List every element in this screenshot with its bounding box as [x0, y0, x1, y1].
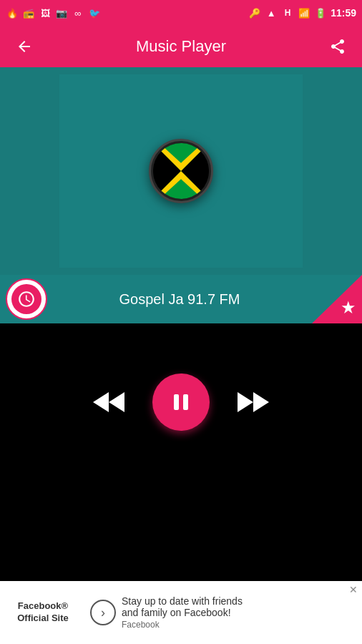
signal-icon: 📶 [298, 6, 310, 19]
ad-content: Stay up to date with friends and family … [120, 592, 345, 633]
ad-brand-text: Facebook® Official Site [17, 600, 69, 625]
voicemail-icon: ∞ [72, 6, 84, 19]
image-icon: 🖼 [39, 6, 52, 19]
status-bar: 🔥 📻 🖼 📷 ∞ 🐦 🔑 ▲ H 📶 🔋 11:59 [0, 0, 362, 26]
album-art-area [0, 67, 362, 275]
svg-rect-9 [183, 394, 188, 410]
star-icon: ★ [341, 298, 356, 318]
back-button[interactable] [11, 34, 37, 59]
forward-button[interactable] [235, 384, 271, 420]
ad-close-button[interactable]: ✕ [345, 581, 362, 598]
wifi-icon: ▲ [265, 6, 278, 19]
key-icon: 🔑 [248, 6, 261, 19]
svg-marker-6 [109, 392, 124, 412]
ad-sub-text: and family on Facebook! [122, 607, 342, 618]
ad-arrow-button[interactable]: › [90, 600, 116, 625]
station-name: Gospel Ja 91.7 FM [47, 291, 312, 308]
clock-icon [11, 284, 41, 314]
twitter-icon: 🐦 [88, 6, 101, 19]
ad-banner[interactable]: Facebook® Official Site › Stay up to dat… [0, 581, 362, 644]
status-icons-right: 🔑 ▲ H 📶 🔋 11:59 [248, 6, 356, 19]
jamaica-flag-button[interactable] [149, 139, 213, 203]
album-art-inner [59, 74, 303, 268]
status-time: 11:59 [331, 7, 356, 19]
ad-brand: Facebook® Official Site [0, 595, 86, 630]
ad-arrow-icon: › [101, 605, 105, 620]
battery-icon: 🔋 [314, 6, 327, 19]
rewind-button[interactable] [91, 384, 127, 420]
player-controls [0, 323, 362, 481]
page-title: Music Player [37, 37, 325, 56]
pause-button[interactable] [152, 374, 210, 431]
favorite-button[interactable]: ★ [312, 275, 362, 323]
svg-rect-8 [174, 394, 179, 410]
ad-source: Facebook [122, 620, 342, 630]
share-button[interactable] [325, 34, 351, 59]
status-icons-left: 🔥 📻 🖼 📷 ∞ 🐦 [6, 6, 101, 19]
flame-icon: 🔥 [6, 6, 19, 19]
svg-marker-11 [253, 392, 269, 412]
svg-marker-10 [238, 392, 253, 412]
instagram-icon: 📷 [55, 6, 68, 19]
top-bar: Music Player [0, 26, 362, 67]
radio-icon: 📻 [22, 6, 35, 19]
station-bar: Gospel Ja 91.7 FM ★ [0, 275, 362, 323]
svg-marker-7 [93, 392, 109, 412]
h-icon: H [281, 6, 294, 19]
clock-button[interactable] [6, 278, 47, 320]
ad-main-text: Stay up to date with friends [122, 595, 342, 607]
